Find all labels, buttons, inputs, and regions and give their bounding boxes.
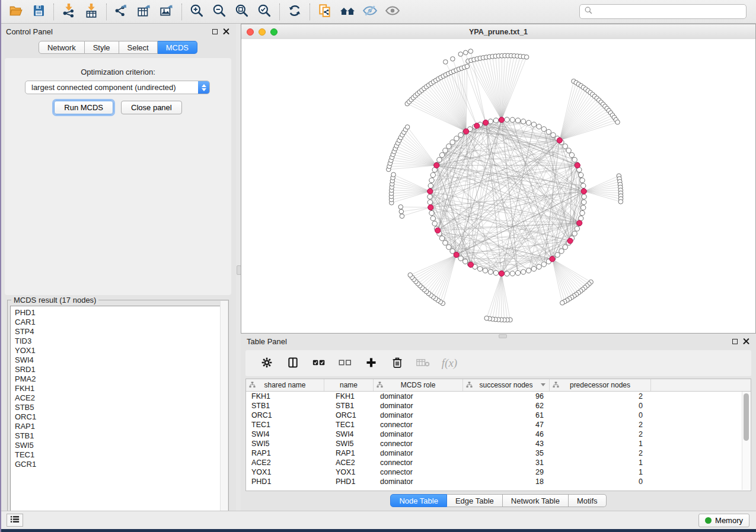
network-canvas[interactable] xyxy=(241,39,755,333)
export-image-button[interactable] xyxy=(155,2,178,21)
hide-elements-button[interactable] xyxy=(359,2,381,21)
tab-edge-table[interactable]: Edge Table xyxy=(447,494,503,507)
task-history-button[interactable] xyxy=(7,514,23,527)
table-cell: FKH1 xyxy=(324,392,374,400)
column-header[interactable]: shared name xyxy=(246,379,324,391)
close-panel-action-button[interactable]: Close panel xyxy=(121,101,182,114)
table-cell: YOX1 xyxy=(246,468,324,476)
search-field[interactable] xyxy=(579,4,747,19)
tab-motifs[interactable]: Motifs xyxy=(569,494,607,507)
column-header[interactable]: name xyxy=(324,379,374,391)
mcds-result-item[interactable]: PMA2 xyxy=(15,374,225,384)
close-panel-button[interactable] xyxy=(223,28,230,35)
table-row[interactable]: ORC1ORC1dominator610 xyxy=(246,411,751,420)
home-button[interactable] xyxy=(336,2,359,21)
table-row[interactable]: SWI4SWI4dominator462 xyxy=(246,430,751,439)
scrollbar-thumb[interactable] xyxy=(744,393,749,441)
export-table-button[interactable] xyxy=(133,2,155,21)
column-header[interactable]: predecessor nodes xyxy=(550,379,651,391)
mcds-result-item[interactable]: TID3 xyxy=(15,336,225,346)
add-column-button[interactable] xyxy=(364,356,378,370)
run-mcds-button[interactable]: Run MCDS xyxy=(54,101,113,114)
table-cell: 31 xyxy=(463,459,550,467)
table-cell: STB1 xyxy=(246,402,324,410)
table-cell: FKH1 xyxy=(246,392,324,400)
mcds-result-item[interactable]: ORC1 xyxy=(15,412,225,422)
mcds-result-item[interactable]: STB5 xyxy=(15,403,225,412)
main-toolbar xyxy=(0,0,756,24)
delete-table-button[interactable] xyxy=(416,356,430,370)
tab-mcds[interactable]: MCDS xyxy=(158,41,197,54)
mcds-result-item[interactable]: TEC1 xyxy=(15,450,225,460)
deselect-all-button[interactable] xyxy=(338,356,352,370)
table-row[interactable]: STB1STB1dominator620 xyxy=(246,401,751,411)
duplicate-network-button[interactable] xyxy=(314,2,336,21)
table-row[interactable]: PHD1PHD1dominator180 xyxy=(246,477,751,486)
float-table-panel-button[interactable] xyxy=(732,339,738,344)
save-session-button[interactable] xyxy=(27,2,50,21)
table-row[interactable]: YOX1YOX1connector291 xyxy=(246,467,751,477)
mcds-result-item[interactable]: ACE2 xyxy=(15,393,225,403)
mcds-result-item[interactable]: YOX1 xyxy=(15,346,225,355)
delete-column-button[interactable] xyxy=(390,356,404,370)
function-builder-button[interactable]: f(x) xyxy=(442,356,457,370)
import-network-button[interactable] xyxy=(58,2,80,21)
table-row[interactable]: FKH1FKH1dominator962 xyxy=(246,392,751,401)
table-row[interactable]: TEC1TEC1connector472 xyxy=(246,420,751,430)
zoom-fit-button[interactable] xyxy=(231,2,253,21)
tab-network-table[interactable]: Network Table xyxy=(503,494,569,507)
column-header[interactable]: successor nodes xyxy=(463,379,550,391)
table-cell: dominator xyxy=(374,477,463,486)
column-view-button[interactable] xyxy=(286,356,300,370)
zoom-out-button[interactable] xyxy=(208,2,231,21)
table-cell: connector xyxy=(374,468,463,476)
memory-button[interactable]: Memory xyxy=(698,514,749,527)
table-cell: 0 xyxy=(550,402,651,410)
import-table-button[interactable] xyxy=(80,2,103,21)
zoom-selected-button[interactable] xyxy=(253,2,276,21)
mcds-result-item[interactable]: SWI5 xyxy=(15,441,225,450)
criterion-dropdown[interactable]: largest connected component (undirected) xyxy=(25,81,210,94)
mcds-result-item[interactable]: FKH1 xyxy=(15,384,225,393)
table-cell: dominator xyxy=(374,449,463,457)
panel-splitter[interactable] xyxy=(236,24,241,511)
table-cell: SWI4 xyxy=(246,430,324,438)
plus-icon xyxy=(365,357,377,370)
mcds-result-item[interactable]: STP4 xyxy=(15,327,225,336)
criterion-dropdown-value: largest connected component (undirected) xyxy=(25,83,198,92)
mcds-result-item[interactable]: SWI4 xyxy=(15,355,225,365)
table-row[interactable]: RAP1RAP1dominator352 xyxy=(246,448,751,458)
tab-node-table[interactable]: Node Table xyxy=(390,494,447,507)
mcds-result-item[interactable]: PHD1 xyxy=(15,308,225,318)
checked-boxes-icon xyxy=(312,358,326,369)
column-header[interactable]: MCDS role xyxy=(374,379,463,391)
table-cell: dominator xyxy=(374,430,463,438)
mcds-result-item[interactable]: CAR1 xyxy=(15,318,225,327)
float-panel-button[interactable] xyxy=(212,29,218,34)
table-scrollbar[interactable] xyxy=(742,392,750,490)
mcds-result-list[interactable]: PHD1CAR1STP4TID3YOX1SWI4SRD1PMA2FKH1ACE2… xyxy=(10,306,226,518)
table-row[interactable]: ACE2ACE2connector311 xyxy=(246,458,751,467)
mcds-result-item[interactable]: GCR1 xyxy=(15,460,225,469)
network-window-titlebar[interactable]: YPA_prune.txt_1 xyxy=(241,24,755,40)
table-row[interactable]: SWI5SWI5connector431 xyxy=(246,439,751,448)
tab-network[interactable]: Network xyxy=(39,41,85,54)
tab-style[interactable]: Style xyxy=(85,41,119,54)
search-input[interactable] xyxy=(593,7,746,17)
export-network-button[interactable] xyxy=(110,2,133,21)
zoom-in-button[interactable] xyxy=(186,2,208,21)
tab-select[interactable]: Select xyxy=(119,41,158,54)
select-all-button[interactable] xyxy=(312,356,326,370)
mcds-result-item[interactable]: RAP1 xyxy=(15,422,225,431)
show-elements-button[interactable] xyxy=(381,2,404,21)
fx-icon: f(x) xyxy=(442,357,457,370)
table-panel: Table Panel f(x) shared xyxy=(241,334,756,511)
refresh-layout-button[interactable] xyxy=(283,2,306,21)
open-file-button[interactable] xyxy=(5,2,27,21)
eye-icon xyxy=(385,3,400,20)
close-table-panel-button[interactable] xyxy=(743,338,750,345)
mcds-result-item[interactable]: STB1 xyxy=(15,431,225,441)
mcds-result-scrollbar[interactable] xyxy=(220,301,228,520)
mcds-result-item[interactable]: SRD1 xyxy=(15,365,225,374)
table-settings-button[interactable] xyxy=(260,356,274,370)
